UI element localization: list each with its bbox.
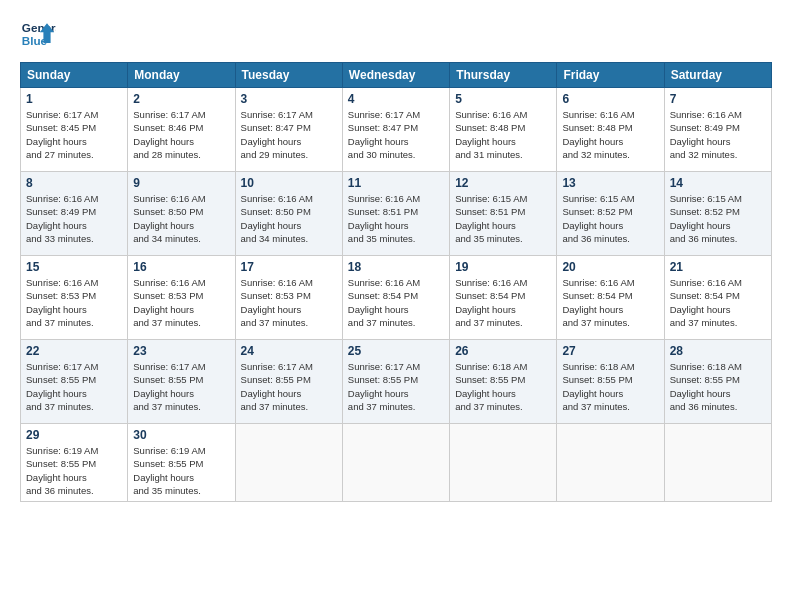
day-info: Sunrise: 6:16 AM Sunset: 8:49 PM Dayligh… (26, 192, 122, 245)
day-info: Sunrise: 6:19 AM Sunset: 8:55 PM Dayligh… (26, 444, 122, 497)
calendar-cell (342, 424, 449, 502)
day-info: Sunrise: 6:17 AM Sunset: 8:47 PM Dayligh… (348, 108, 444, 161)
calendar-cell: 21 Sunrise: 6:16 AM Sunset: 8:54 PM Dayl… (664, 256, 771, 340)
day-info: Sunrise: 6:15 AM Sunset: 8:52 PM Dayligh… (670, 192, 766, 245)
week-row-4: 22 Sunrise: 6:17 AM Sunset: 8:55 PM Dayl… (21, 340, 772, 424)
day-info: Sunrise: 6:16 AM Sunset: 8:49 PM Dayligh… (670, 108, 766, 161)
calendar-cell (664, 424, 771, 502)
day-number: 11 (348, 176, 444, 190)
weekday-header-monday: Monday (128, 63, 235, 88)
week-row-3: 15 Sunrise: 6:16 AM Sunset: 8:53 PM Dayl… (21, 256, 772, 340)
calendar-cell: 5 Sunrise: 6:16 AM Sunset: 8:48 PM Dayli… (450, 88, 557, 172)
day-number: 17 (241, 260, 337, 274)
calendar-cell: 9 Sunrise: 6:16 AM Sunset: 8:50 PM Dayli… (128, 172, 235, 256)
weekday-header-row: SundayMondayTuesdayWednesdayThursdayFrid… (21, 63, 772, 88)
day-info: Sunrise: 6:15 AM Sunset: 8:52 PM Dayligh… (562, 192, 658, 245)
calendar-cell: 19 Sunrise: 6:16 AM Sunset: 8:54 PM Dayl… (450, 256, 557, 340)
day-info: Sunrise: 6:17 AM Sunset: 8:55 PM Dayligh… (26, 360, 122, 413)
weekday-header-friday: Friday (557, 63, 664, 88)
day-number: 8 (26, 176, 122, 190)
day-number: 13 (562, 176, 658, 190)
calendar-cell: 11 Sunrise: 6:16 AM Sunset: 8:51 PM Dayl… (342, 172, 449, 256)
day-number: 4 (348, 92, 444, 106)
day-info: Sunrise: 6:17 AM Sunset: 8:47 PM Dayligh… (241, 108, 337, 161)
day-info: Sunrise: 6:18 AM Sunset: 8:55 PM Dayligh… (562, 360, 658, 413)
day-number: 5 (455, 92, 551, 106)
calendar-cell: 23 Sunrise: 6:17 AM Sunset: 8:55 PM Dayl… (128, 340, 235, 424)
day-info: Sunrise: 6:16 AM Sunset: 8:50 PM Dayligh… (133, 192, 229, 245)
day-number: 6 (562, 92, 658, 106)
day-info: Sunrise: 6:16 AM Sunset: 8:51 PM Dayligh… (348, 192, 444, 245)
day-number: 2 (133, 92, 229, 106)
day-info: Sunrise: 6:16 AM Sunset: 8:50 PM Dayligh… (241, 192, 337, 245)
svg-text:General: General (22, 21, 56, 34)
calendar-cell: 10 Sunrise: 6:16 AM Sunset: 8:50 PM Dayl… (235, 172, 342, 256)
page: General Blue SundayMondayTuesdayWednesda… (0, 0, 792, 612)
day-info: Sunrise: 6:17 AM Sunset: 8:55 PM Dayligh… (241, 360, 337, 413)
weekday-header-sunday: Sunday (21, 63, 128, 88)
calendar-cell (235, 424, 342, 502)
day-info: Sunrise: 6:15 AM Sunset: 8:51 PM Dayligh… (455, 192, 551, 245)
day-number: 18 (348, 260, 444, 274)
day-info: Sunrise: 6:18 AM Sunset: 8:55 PM Dayligh… (670, 360, 766, 413)
day-info: Sunrise: 6:16 AM Sunset: 8:54 PM Dayligh… (455, 276, 551, 329)
calendar-cell: 18 Sunrise: 6:16 AM Sunset: 8:54 PM Dayl… (342, 256, 449, 340)
day-number: 7 (670, 92, 766, 106)
calendar-cell: 13 Sunrise: 6:15 AM Sunset: 8:52 PM Dayl… (557, 172, 664, 256)
calendar-cell: 1 Sunrise: 6:17 AM Sunset: 8:45 PM Dayli… (21, 88, 128, 172)
calendar-cell: 8 Sunrise: 6:16 AM Sunset: 8:49 PM Dayli… (21, 172, 128, 256)
day-number: 10 (241, 176, 337, 190)
day-info: Sunrise: 6:18 AM Sunset: 8:55 PM Dayligh… (455, 360, 551, 413)
day-number: 1 (26, 92, 122, 106)
calendar-cell (557, 424, 664, 502)
day-info: Sunrise: 6:17 AM Sunset: 8:45 PM Dayligh… (26, 108, 122, 161)
day-number: 21 (670, 260, 766, 274)
calendar-cell: 6 Sunrise: 6:16 AM Sunset: 8:48 PM Dayli… (557, 88, 664, 172)
calendar-cell: 26 Sunrise: 6:18 AM Sunset: 8:55 PM Dayl… (450, 340, 557, 424)
day-info: Sunrise: 6:16 AM Sunset: 8:54 PM Dayligh… (670, 276, 766, 329)
day-number: 25 (348, 344, 444, 358)
calendar-cell: 3 Sunrise: 6:17 AM Sunset: 8:47 PM Dayli… (235, 88, 342, 172)
calendar-cell: 16 Sunrise: 6:16 AM Sunset: 8:53 PM Dayl… (128, 256, 235, 340)
calendar-cell: 4 Sunrise: 6:17 AM Sunset: 8:47 PM Dayli… (342, 88, 449, 172)
day-number: 26 (455, 344, 551, 358)
day-number: 19 (455, 260, 551, 274)
day-number: 22 (26, 344, 122, 358)
calendar-cell: 28 Sunrise: 6:18 AM Sunset: 8:55 PM Dayl… (664, 340, 771, 424)
logo: General Blue (20, 16, 56, 52)
calendar-cell: 2 Sunrise: 6:17 AM Sunset: 8:46 PM Dayli… (128, 88, 235, 172)
weekday-header-wednesday: Wednesday (342, 63, 449, 88)
calendar-cell: 27 Sunrise: 6:18 AM Sunset: 8:55 PM Dayl… (557, 340, 664, 424)
calendar-cell (450, 424, 557, 502)
day-info: Sunrise: 6:19 AM Sunset: 8:55 PM Dayligh… (133, 444, 229, 497)
day-info: Sunrise: 6:16 AM Sunset: 8:48 PM Dayligh… (455, 108, 551, 161)
day-info: Sunrise: 6:16 AM Sunset: 8:53 PM Dayligh… (26, 276, 122, 329)
calendar-cell: 25 Sunrise: 6:17 AM Sunset: 8:55 PM Dayl… (342, 340, 449, 424)
day-info: Sunrise: 6:16 AM Sunset: 8:53 PM Dayligh… (241, 276, 337, 329)
calendar-cell: 29 Sunrise: 6:19 AM Sunset: 8:55 PM Dayl… (21, 424, 128, 502)
day-info: Sunrise: 6:17 AM Sunset: 8:46 PM Dayligh… (133, 108, 229, 161)
day-info: Sunrise: 6:16 AM Sunset: 8:54 PM Dayligh… (562, 276, 658, 329)
header: General Blue (20, 16, 772, 52)
calendar-cell: 14 Sunrise: 6:15 AM Sunset: 8:52 PM Dayl… (664, 172, 771, 256)
day-number: 23 (133, 344, 229, 358)
calendar-cell: 15 Sunrise: 6:16 AM Sunset: 8:53 PM Dayl… (21, 256, 128, 340)
calendar-cell: 22 Sunrise: 6:17 AM Sunset: 8:55 PM Dayl… (21, 340, 128, 424)
day-number: 30 (133, 428, 229, 442)
day-number: 16 (133, 260, 229, 274)
day-info: Sunrise: 6:16 AM Sunset: 8:53 PM Dayligh… (133, 276, 229, 329)
weekday-header-tuesday: Tuesday (235, 63, 342, 88)
day-number: 15 (26, 260, 122, 274)
day-number: 14 (670, 176, 766, 190)
calendar-cell: 12 Sunrise: 6:15 AM Sunset: 8:51 PM Dayl… (450, 172, 557, 256)
logo-icon: General Blue (20, 16, 56, 52)
week-row-2: 8 Sunrise: 6:16 AM Sunset: 8:49 PM Dayli… (21, 172, 772, 256)
calendar-cell: 30 Sunrise: 6:19 AM Sunset: 8:55 PM Dayl… (128, 424, 235, 502)
day-number: 3 (241, 92, 337, 106)
day-number: 20 (562, 260, 658, 274)
weekday-header-saturday: Saturday (664, 63, 771, 88)
calendar-cell: 24 Sunrise: 6:17 AM Sunset: 8:55 PM Dayl… (235, 340, 342, 424)
calendar-table: SundayMondayTuesdayWednesdayThursdayFrid… (20, 62, 772, 502)
day-number: 28 (670, 344, 766, 358)
week-row-5: 29 Sunrise: 6:19 AM Sunset: 8:55 PM Dayl… (21, 424, 772, 502)
